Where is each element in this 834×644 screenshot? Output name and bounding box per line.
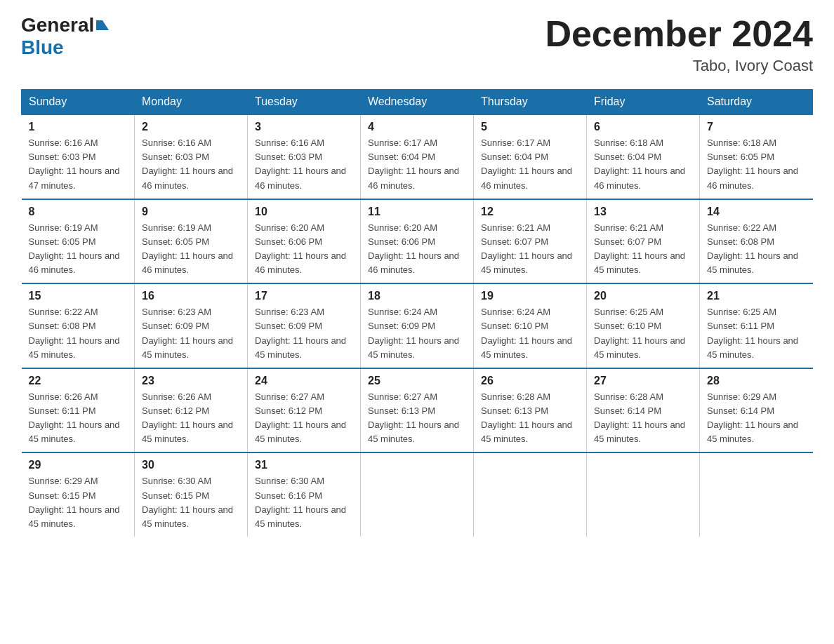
calendar-cell: 15 Sunrise: 6:22 AMSunset: 6:08 PMDaylig… <box>22 283 135 368</box>
day-info: Sunrise: 6:25 AMSunset: 6:11 PMDaylight:… <box>707 305 806 362</box>
day-info: Sunrise: 6:23 AMSunset: 6:09 PMDaylight:… <box>142 305 240 362</box>
logo-general-text: General <box>21 14 94 36</box>
day-number: 20 <box>594 290 692 302</box>
day-number: 16 <box>142 290 240 302</box>
calendar-cell <box>474 452 587 537</box>
day-number: 29 <box>29 459 128 471</box>
day-info: Sunrise: 6:18 AMSunset: 6:04 PMDaylight:… <box>594 136 692 193</box>
logo-blue-text: Blue <box>21 36 64 58</box>
day-number: 12 <box>481 206 579 218</box>
calendar-cell: 27 Sunrise: 6:28 AMSunset: 6:14 PMDaylig… <box>587 368 700 453</box>
calendar-cell: 21 Sunrise: 6:25 AMSunset: 6:11 PMDaylig… <box>700 283 813 368</box>
calendar-cell: 19 Sunrise: 6:24 AMSunset: 6:10 PMDaylig… <box>474 283 587 368</box>
day-info: Sunrise: 6:22 AMSunset: 6:08 PMDaylight:… <box>707 221 806 278</box>
calendar-cell: 12 Sunrise: 6:21 AMSunset: 6:07 PMDaylig… <box>474 199 587 284</box>
day-number: 15 <box>29 290 128 302</box>
day-info: Sunrise: 6:22 AMSunset: 6:08 PMDaylight:… <box>29 305 128 362</box>
day-number: 25 <box>368 375 466 387</box>
day-info: Sunrise: 6:18 AMSunset: 6:05 PMDaylight:… <box>707 136 806 193</box>
location-title: Tabo, Ivory Coast <box>545 57 813 75</box>
day-info: Sunrise: 6:23 AMSunset: 6:09 PMDaylight:… <box>255 305 353 362</box>
day-number: 18 <box>368 290 466 302</box>
month-title: December 2024 <box>545 14 813 54</box>
calendar-cell: 17 Sunrise: 6:23 AMSunset: 6:09 PMDaylig… <box>248 283 361 368</box>
day-info: Sunrise: 6:27 AMSunset: 6:12 PMDaylight:… <box>255 390 353 447</box>
day-info: Sunrise: 6:30 AMSunset: 6:16 PMDaylight:… <box>255 474 353 531</box>
day-number: 11 <box>368 206 466 218</box>
calendar-cell: 5 Sunrise: 6:17 AMSunset: 6:04 PMDayligh… <box>474 114 587 199</box>
day-number: 10 <box>255 206 353 218</box>
calendar-cell: 28 Sunrise: 6:29 AMSunset: 6:14 PMDaylig… <box>700 368 813 453</box>
day-info: Sunrise: 6:25 AMSunset: 6:10 PMDaylight:… <box>594 305 692 362</box>
day-number: 28 <box>707 375 806 387</box>
day-number: 5 <box>481 121 579 133</box>
day-info: Sunrise: 6:19 AMSunset: 6:05 PMDaylight:… <box>142 221 240 278</box>
calendar-cell: 3 Sunrise: 6:16 AMSunset: 6:03 PMDayligh… <box>248 114 361 199</box>
calendar-cell: 6 Sunrise: 6:18 AMSunset: 6:04 PMDayligh… <box>587 114 700 199</box>
weekday-header-saturday: Saturday <box>700 90 813 115</box>
calendar-cell: 13 Sunrise: 6:21 AMSunset: 6:07 PMDaylig… <box>587 199 700 284</box>
calendar-cell: 11 Sunrise: 6:20 AMSunset: 6:06 PMDaylig… <box>361 199 474 284</box>
day-number: 19 <box>481 290 579 302</box>
calendar-cell: 31 Sunrise: 6:30 AMSunset: 6:16 PMDaylig… <box>248 452 361 537</box>
logo: General Blue <box>21 14 109 59</box>
day-number: 14 <box>707 206 806 218</box>
day-info: Sunrise: 6:28 AMSunset: 6:13 PMDaylight:… <box>481 390 579 447</box>
weekday-header-thursday: Thursday <box>474 90 587 115</box>
day-number: 30 <box>142 459 240 471</box>
day-info: Sunrise: 6:21 AMSunset: 6:07 PMDaylight:… <box>594 221 692 278</box>
calendar-cell: 16 Sunrise: 6:23 AMSunset: 6:09 PMDaylig… <box>135 283 248 368</box>
calendar-cell <box>700 452 813 537</box>
calendar-week-row-2: 8 Sunrise: 6:19 AMSunset: 6:05 PMDayligh… <box>22 199 813 284</box>
day-info: Sunrise: 6:27 AMSunset: 6:13 PMDaylight:… <box>368 390 466 447</box>
day-info: Sunrise: 6:16 AMSunset: 6:03 PMDaylight:… <box>142 136 240 193</box>
calendar-cell: 18 Sunrise: 6:24 AMSunset: 6:09 PMDaylig… <box>361 283 474 368</box>
weekday-header-monday: Monday <box>135 90 248 115</box>
day-number: 17 <box>255 290 353 302</box>
day-number: 9 <box>142 206 240 218</box>
calendar-cell <box>361 452 474 537</box>
calendar-week-row-5: 29 Sunrise: 6:29 AMSunset: 6:15 PMDaylig… <box>22 452 813 537</box>
calendar-cell: 26 Sunrise: 6:28 AMSunset: 6:13 PMDaylig… <box>474 368 587 453</box>
day-number: 4 <box>368 121 466 133</box>
calendar-table: SundayMondayTuesdayWednesdayThursdayFrid… <box>21 89 813 537</box>
day-number: 23 <box>142 375 240 387</box>
calendar-cell: 2 Sunrise: 6:16 AMSunset: 6:03 PMDayligh… <box>135 114 248 199</box>
day-number: 26 <box>481 375 579 387</box>
day-number: 31 <box>255 459 353 471</box>
day-number: 24 <box>255 375 353 387</box>
day-info: Sunrise: 6:16 AMSunset: 6:03 PMDaylight:… <box>29 136 128 193</box>
calendar-week-row-3: 15 Sunrise: 6:22 AMSunset: 6:08 PMDaylig… <box>22 283 813 368</box>
calendar-week-row-4: 22 Sunrise: 6:26 AMSunset: 6:11 PMDaylig… <box>22 368 813 453</box>
day-number: 1 <box>29 121 128 133</box>
calendar-cell: 10 Sunrise: 6:20 AMSunset: 6:06 PMDaylig… <box>248 199 361 284</box>
day-number: 22 <box>29 375 128 387</box>
calendar-cell: 1 Sunrise: 6:16 AMSunset: 6:03 PMDayligh… <box>22 114 135 199</box>
calendar-cell: 9 Sunrise: 6:19 AMSunset: 6:05 PMDayligh… <box>135 199 248 284</box>
calendar-week-row-1: 1 Sunrise: 6:16 AMSunset: 6:03 PMDayligh… <box>22 114 813 199</box>
weekday-header-sunday: Sunday <box>22 90 135 115</box>
day-info: Sunrise: 6:21 AMSunset: 6:07 PMDaylight:… <box>481 221 579 278</box>
day-number: 27 <box>594 375 692 387</box>
day-info: Sunrise: 6:24 AMSunset: 6:09 PMDaylight:… <box>368 305 466 362</box>
day-info: Sunrise: 6:28 AMSunset: 6:14 PMDaylight:… <box>594 390 692 447</box>
calendar-cell: 25 Sunrise: 6:27 AMSunset: 6:13 PMDaylig… <box>361 368 474 453</box>
day-info: Sunrise: 6:30 AMSunset: 6:15 PMDaylight:… <box>142 474 240 531</box>
day-info: Sunrise: 6:29 AMSunset: 6:15 PMDaylight:… <box>29 474 128 531</box>
weekday-header-row: SundayMondayTuesdayWednesdayThursdayFrid… <box>22 90 813 115</box>
day-info: Sunrise: 6:20 AMSunset: 6:06 PMDaylight:… <box>255 221 353 278</box>
day-number: 21 <box>707 290 806 302</box>
day-info: Sunrise: 6:26 AMSunset: 6:11 PMDaylight:… <box>29 390 128 447</box>
calendar-cell: 29 Sunrise: 6:29 AMSunset: 6:15 PMDaylig… <box>22 452 135 537</box>
weekday-header-wednesday: Wednesday <box>361 90 474 115</box>
day-info: Sunrise: 6:24 AMSunset: 6:10 PMDaylight:… <box>481 305 579 362</box>
calendar-cell: 7 Sunrise: 6:18 AMSunset: 6:05 PMDayligh… <box>700 114 813 199</box>
title-section: December 2024 Tabo, Ivory Coast <box>545 14 813 75</box>
calendar-cell: 20 Sunrise: 6:25 AMSunset: 6:10 PMDaylig… <box>587 283 700 368</box>
day-info: Sunrise: 6:16 AMSunset: 6:03 PMDaylight:… <box>255 136 353 193</box>
day-info: Sunrise: 6:29 AMSunset: 6:14 PMDaylight:… <box>707 390 806 447</box>
day-number: 6 <box>594 121 692 133</box>
day-info: Sunrise: 6:19 AMSunset: 6:05 PMDaylight:… <box>29 221 128 278</box>
calendar-cell: 8 Sunrise: 6:19 AMSunset: 6:05 PMDayligh… <box>22 199 135 284</box>
day-number: 7 <box>707 121 806 133</box>
